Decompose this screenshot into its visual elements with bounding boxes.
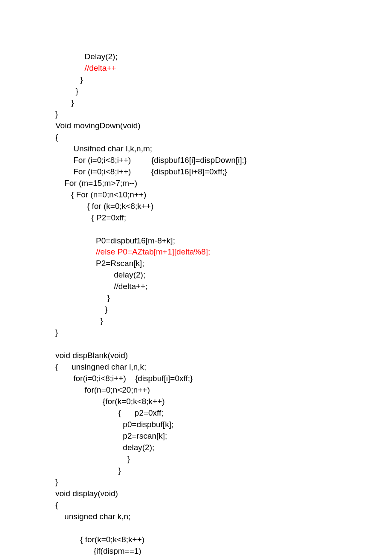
code-line: }	[55, 454, 337, 465]
code-line	[55, 523, 337, 534]
code-line: For (i=0;i<8;i++) {dispbuf16[i+8]=0xff;}	[55, 166, 337, 178]
code-line: //delta++	[55, 63, 337, 74]
code-line: }	[55, 97, 337, 109]
code-line: {if(dispm==1)	[55, 546, 337, 555]
code-block: Delay(2); //delta++ } } }}Void movingDow…	[55, 51, 337, 555]
code-line: Delay(2);	[55, 51, 337, 63]
document-page: Delay(2); //delta++ } } }}Void movingDow…	[0, 0, 392, 555]
code-line: p0=dispbuf[k];	[55, 419, 337, 431]
code-line: delay(2);	[55, 442, 337, 454]
code-line: }	[55, 465, 337, 477]
code-line: void dispBlank(void)	[55, 350, 337, 361]
code-line	[55, 338, 337, 350]
code-line: {for(k=0;k<8;k++)	[55, 396, 337, 408]
code-line: { for(k=0;k<8;k++)	[55, 534, 337, 546]
code-line: { For (n=0;n<10;n++)	[55, 189, 337, 201]
code-line: for(i=0;i<8;i++) {dispbuf[i]=0xff;}	[55, 373, 337, 384]
code-line: { unsingned char i,n,k;	[55, 361, 337, 373]
code-line: p2=rscan[k];	[55, 431, 337, 442]
code-line: for(n=0;n<20;n++)	[55, 384, 337, 396]
code-line	[55, 224, 337, 235]
code-line: }	[55, 477, 337, 488]
code-line: {	[55, 132, 337, 143]
code-line: }	[55, 109, 337, 120]
code-line: { P2=0xff;	[55, 212, 337, 224]
code-line: P0=dispbuf16[m-8+k];	[55, 235, 337, 247]
code-line: //delta++;	[55, 281, 337, 292]
code-line: }	[55, 292, 337, 304]
code-line: unsigned char k,n;	[55, 511, 337, 523]
code-line: { for (k=0;k<8;k++)	[55, 201, 337, 212]
code-line: For (m=15;m>7;m--)	[55, 178, 337, 189]
code-line: { p2=0xff;	[55, 408, 337, 419]
code-line: Void movingDown(void)	[55, 120, 337, 132]
code-line: }	[55, 304, 337, 315]
code-line: delay(2);	[55, 269, 337, 281]
code-line: Unsifned char I,k,n,m;	[55, 143, 337, 155]
code-line: }	[55, 74, 337, 86]
code-line: void display(void)	[55, 488, 337, 500]
code-line: }	[55, 315, 337, 327]
code-line: }	[55, 327, 337, 338]
code-line: {	[55, 500, 337, 511]
code-line: P2=Rscan[k];	[55, 258, 337, 269]
code-line: For (i=0;i<8;i++) {dispbuf16[i]=dispDown…	[55, 155, 337, 166]
code-line: }	[55, 86, 337, 97]
code-line: //else P0=AZtab[m+1][delta%8];	[55, 246, 337, 258]
